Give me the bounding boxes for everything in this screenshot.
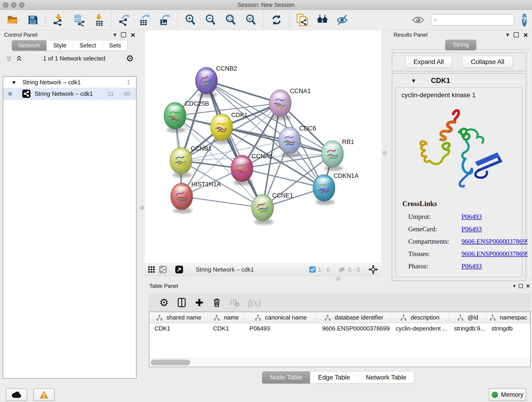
results-scrollbar[interactable] xyxy=(528,51,531,277)
zoom-selected-icon[interactable] xyxy=(244,13,258,27)
cloud-icon xyxy=(11,391,22,398)
tab-style[interactable]: Style xyxy=(46,40,73,51)
network-canvas[interactable]: CCNB2CCNA1CDC25BCDK1CDC6RB1CCNB1CCNA2CDK… xyxy=(145,30,381,263)
table-settings-gear-icon[interactable]: ⚙ xyxy=(159,298,169,307)
crosslink-link-uniprot-[interactable]: P06493 xyxy=(462,213,529,220)
panel-close-icon[interactable]: × xyxy=(526,284,530,288)
column-header-database-identifier[interactable]: database identifier xyxy=(317,312,391,323)
panel-collapse-icon[interactable]: ▼ xyxy=(506,32,509,37)
minimize-window-icon[interactable] xyxy=(11,2,17,8)
cloud-status-button[interactable] xyxy=(6,389,27,401)
scrollbar-thumb[interactable] xyxy=(151,360,190,365)
function-builder-icon[interactable]: f(x) xyxy=(248,297,261,308)
memory-button[interactable]: Memory xyxy=(489,389,526,401)
panel-float-icon[interactable] xyxy=(121,32,126,37)
network-node-CCNE1[interactable]: CCNE1 xyxy=(252,192,293,225)
zoom-window-icon[interactable] xyxy=(19,2,25,8)
column-header-description[interactable]: description xyxy=(391,312,449,323)
help-icon[interactable]: ? xyxy=(522,13,527,27)
expand-all-icon[interactable] xyxy=(16,55,22,62)
network-edge-HIST1H1A-CCNE1[interactable] xyxy=(182,196,263,208)
open-session-icon[interactable] xyxy=(6,13,19,27)
column-header-name[interactable]: name xyxy=(208,312,244,323)
panel-collapse-icon[interactable]: ▼ xyxy=(513,284,515,288)
tab-edge-table[interactable]: Edge Table xyxy=(310,371,358,383)
close-window-icon[interactable] xyxy=(3,2,8,8)
table-panel: Table Panel ▼ × ⚙ f(x) shared namenameca… xyxy=(144,281,532,387)
panel-close-icon[interactable]: × xyxy=(131,32,135,37)
network-row[interactable]: String Network – cdk1 11 48 xyxy=(3,88,136,100)
duplicate-network-icon[interactable] xyxy=(296,13,309,27)
network-edge-CCNB2-CCNE1[interactable] xyxy=(206,81,263,208)
network-node-CCNA2[interactable]: CCNA2 xyxy=(231,153,273,185)
left-splitter-handle[interactable] xyxy=(140,205,144,210)
tab-select[interactable]: Select xyxy=(73,40,102,51)
refresh-icon[interactable] xyxy=(270,13,283,27)
grid-view-icon[interactable] xyxy=(148,266,155,273)
hidden-eye-slash-icon[interactable] xyxy=(338,266,346,273)
import-network-from-database-icon[interactable] xyxy=(72,13,85,27)
tab-string[interactable]: String xyxy=(445,40,476,51)
birds-eye-view-icon[interactable] xyxy=(175,266,183,274)
zoom-out-icon[interactable] xyxy=(204,13,217,27)
expand-all-button[interactable]: Expand All xyxy=(405,56,452,68)
column-header--id[interactable]: @id xyxy=(449,312,486,323)
export-image-icon[interactable] xyxy=(158,13,171,27)
export-table-icon[interactable] xyxy=(138,13,151,27)
gear-icon[interactable]: ⚙ xyxy=(126,54,134,63)
zoom-fit-icon[interactable] xyxy=(224,13,237,27)
panel-collapse-icon[interactable]: ▼ xyxy=(114,32,116,37)
right-splitter-handle[interactable] xyxy=(382,151,386,155)
collapse-all-icon[interactable] xyxy=(6,55,12,62)
collection-expander-icon[interactable]: ▼ xyxy=(12,80,16,85)
network-node-CDKN1A[interactable]: CDKN1A xyxy=(313,172,359,205)
create-column-plus-icon[interactable] xyxy=(195,298,204,307)
selected-count: 1 - 0 xyxy=(318,266,330,273)
crosslink-link-tissues-[interactable]: 9606.ENSP00000378699 xyxy=(462,250,529,258)
network-node-CCNA1[interactable]: CCNA1 xyxy=(269,88,311,120)
crosslink-link-compartments-[interactable]: 9606.ENSP00000378699 xyxy=(462,238,529,245)
show-columns-icon[interactable] xyxy=(177,298,186,307)
table-row[interactable]: CDK1CDK1P064939606.ENSP00000378699cyclin… xyxy=(149,323,530,334)
table-horizontal-scrollbar[interactable] xyxy=(149,358,530,367)
hide-selected-icon[interactable] xyxy=(336,13,349,27)
network-view-icon[interactable] xyxy=(159,266,167,274)
import-network-icon[interactable] xyxy=(52,13,65,27)
network-node-CCNB2[interactable]: CCNB2 xyxy=(196,65,237,98)
tab-node-table[interactable]: Node Table xyxy=(262,371,310,383)
tab-network[interactable]: Network xyxy=(12,40,46,51)
panel-float-icon[interactable] xyxy=(514,32,519,37)
import-table-icon[interactable] xyxy=(92,13,105,27)
table-type-tabs: Node TableEdge TableNetwork Table xyxy=(262,371,414,384)
protein-expander-icon[interactable]: ▼ xyxy=(412,78,415,83)
delete-table-icon[interactable] xyxy=(230,298,240,307)
search-field[interactable] xyxy=(431,14,514,26)
bottom-splitter-handle[interactable] xyxy=(336,276,340,281)
zoom-in-icon[interactable] xyxy=(184,13,197,27)
crosslink-link-genecard-[interactable]: P06493 xyxy=(462,225,529,233)
network-node-HIST1H1A[interactable]: HIST1H1A xyxy=(171,181,221,213)
tab-network-table[interactable]: Network Table xyxy=(358,371,414,383)
export-network-icon[interactable] xyxy=(118,13,131,27)
crosslink-link-pharos-[interactable]: P06493 xyxy=(462,262,529,270)
panel-close-icon[interactable]: × xyxy=(523,32,528,37)
panel-float-icon[interactable] xyxy=(519,284,523,288)
selected-checkbox-icon[interactable] xyxy=(309,266,316,273)
search-input[interactable] xyxy=(439,17,511,23)
warning-status-button[interactable] xyxy=(33,389,55,401)
eye-icon[interactable] xyxy=(412,13,425,27)
network-node-RB1[interactable]: RB1 xyxy=(322,138,354,171)
network-edge-CCNB2-CCNA1[interactable] xyxy=(206,81,280,103)
results-panel-title: Results Panel xyxy=(394,32,428,38)
column-header-shared-name[interactable]: shared name xyxy=(149,312,208,323)
pan-crosshair-icon[interactable] xyxy=(368,265,378,274)
column-header-namespac[interactable]: namespac xyxy=(486,312,530,323)
collapse-all-button[interactable]: Collapse All xyxy=(462,56,513,68)
network-node-CCNB1[interactable]: CCNB1 xyxy=(170,145,212,178)
tab-sets[interactable]: Sets xyxy=(102,40,127,51)
save-session-icon[interactable] xyxy=(26,13,39,27)
delete-column-trash-icon[interactable] xyxy=(212,298,221,307)
column-header-canonical-name[interactable]: canonical name xyxy=(244,312,317,323)
network-collection-row[interactable]: ▼ String Network – cdk1 1 xyxy=(3,77,136,88)
show-graphics-details-icon[interactable] xyxy=(316,13,329,27)
